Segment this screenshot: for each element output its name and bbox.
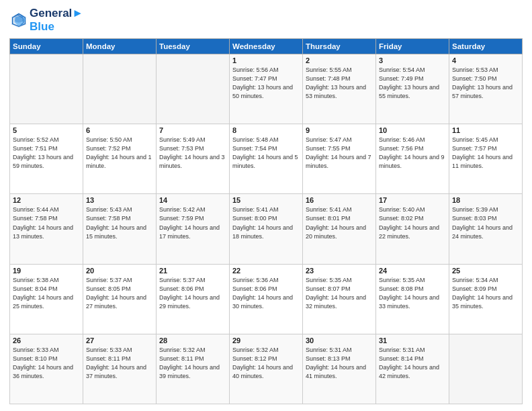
day-number: 8: [232, 126, 300, 134]
calendar-cell: 24Sunrise: 5:35 AMSunset: 8:08 PMDayligh…: [376, 264, 449, 334]
calendar-cell: 17Sunrise: 5:40 AMSunset: 8:02 PMDayligh…: [376, 194, 449, 264]
day-number: 9: [306, 126, 373, 134]
day-number: 2: [306, 56, 373, 64]
calendar-cell: 21Sunrise: 5:37 AMSunset: 8:06 PMDayligh…: [157, 264, 230, 334]
calendar-cell: 10Sunrise: 5:46 AMSunset: 7:56 PMDayligh…: [376, 124, 449, 194]
day-number: 20: [86, 267, 153, 275]
day-info: Sunrise: 5:53 AMSunset: 7:50 PMDaylight:…: [452, 66, 519, 101]
calendar-cell: 14Sunrise: 5:42 AMSunset: 7:59 PMDayligh…: [157, 194, 230, 264]
calendar-cell: 5Sunrise: 5:52 AMSunset: 7:51 PMDaylight…: [10, 124, 83, 194]
day-info: Sunrise: 5:33 AMSunset: 8:10 PMDaylight:…: [13, 346, 80, 381]
day-number: 29: [232, 336, 300, 345]
page-header: General► Blue: [9, 7, 523, 33]
logo-blue: Blue: [30, 20, 83, 34]
day-info: Sunrise: 5:31 AMSunset: 8:13 PMDaylight:…: [306, 346, 373, 381]
calendar-cell: 26Sunrise: 5:33 AMSunset: 8:10 PMDayligh…: [10, 334, 83, 404]
day-info: Sunrise: 5:52 AMSunset: 7:51 PMDaylight:…: [13, 136, 80, 171]
day-number: 12: [13, 196, 80, 204]
day-number: 27: [86, 336, 153, 345]
weekday-header-friday: Friday: [376, 39, 449, 54]
logo-name: General►: [30, 7, 83, 20]
day-info: Sunrise: 5:46 AMSunset: 7:56 PMDaylight:…: [379, 136, 446, 171]
day-number: 21: [159, 267, 226, 275]
day-number: 18: [452, 196, 519, 204]
day-info: Sunrise: 5:39 AMSunset: 8:03 PMDaylight:…: [452, 205, 519, 240]
day-number: 17: [379, 196, 446, 204]
day-number: 22: [232, 267, 300, 275]
weekday-header-saturday: Saturday: [449, 39, 523, 54]
day-info: Sunrise: 5:48 AMSunset: 7:54 PMDaylight:…: [232, 136, 300, 171]
logo: General► Blue: [9, 7, 83, 33]
day-info: Sunrise: 5:32 AMSunset: 8:12 PMDaylight:…: [232, 346, 300, 381]
day-info: Sunrise: 5:54 AMSunset: 7:49 PMDaylight:…: [379, 66, 446, 101]
day-info: Sunrise: 5:50 AMSunset: 7:52 PMDaylight:…: [86, 136, 153, 171]
weekday-header-thursday: Thursday: [303, 39, 376, 54]
day-number: 31: [379, 336, 446, 345]
day-info: Sunrise: 5:31 AMSunset: 8:14 PMDaylight:…: [379, 346, 446, 381]
calendar-cell: 13Sunrise: 5:43 AMSunset: 7:58 PMDayligh…: [83, 194, 157, 264]
day-number: 26: [13, 336, 80, 345]
day-info: Sunrise: 5:43 AMSunset: 7:58 PMDaylight:…: [86, 205, 153, 240]
calendar-cell: 16Sunrise: 5:41 AMSunset: 8:01 PMDayligh…: [303, 194, 376, 264]
calendar-week-5: 26Sunrise: 5:33 AMSunset: 8:10 PMDayligh…: [10, 334, 523, 404]
calendar-cell: 12Sunrise: 5:44 AMSunset: 7:58 PMDayligh…: [10, 194, 83, 264]
day-info: Sunrise: 5:41 AMSunset: 8:00 PMDaylight:…: [232, 205, 300, 240]
day-info: Sunrise: 5:37 AMSunset: 8:05 PMDaylight:…: [86, 276, 153, 311]
calendar-cell: 3Sunrise: 5:54 AMSunset: 7:49 PMDaylight…: [376, 54, 449, 124]
calendar-cell: 27Sunrise: 5:33 AMSunset: 8:11 PMDayligh…: [83, 334, 157, 404]
calendar-week-2: 5Sunrise: 5:52 AMSunset: 7:51 PMDaylight…: [10, 124, 523, 194]
day-number: 7: [159, 126, 226, 134]
calendar-cell: 11Sunrise: 5:45 AMSunset: 7:57 PMDayligh…: [449, 124, 523, 194]
day-number: 3: [379, 56, 446, 64]
calendar-cell: 29Sunrise: 5:32 AMSunset: 8:12 PMDayligh…: [230, 334, 303, 404]
day-info: Sunrise: 5:42 AMSunset: 7:59 PMDaylight:…: [159, 205, 226, 240]
day-number: 14: [159, 196, 226, 204]
day-number: 25: [452, 267, 519, 275]
weekday-header-wednesday: Wednesday: [230, 39, 303, 54]
day-number: 30: [306, 336, 373, 345]
calendar-cell: 30Sunrise: 5:31 AMSunset: 8:13 PMDayligh…: [303, 334, 376, 404]
weekday-header-monday: Monday: [83, 39, 157, 54]
day-number: 4: [452, 56, 519, 64]
calendar-page: General► Blue SundayMondayTuesdayWednesd…: [0, 0, 532, 411]
calendar-cell: 28Sunrise: 5:32 AMSunset: 8:11 PMDayligh…: [157, 334, 230, 404]
weekday-header-tuesday: Tuesday: [157, 39, 230, 54]
calendar-cell: [83, 54, 157, 124]
day-info: Sunrise: 5:49 AMSunset: 7:53 PMDaylight:…: [159, 136, 226, 171]
calendar-cell: 2Sunrise: 5:55 AMSunset: 7:48 PMDaylight…: [303, 54, 376, 124]
day-info: Sunrise: 5:32 AMSunset: 8:11 PMDaylight:…: [159, 346, 226, 381]
calendar-cell: 23Sunrise: 5:35 AMSunset: 8:07 PMDayligh…: [303, 264, 376, 334]
calendar-cell: 22Sunrise: 5:36 AMSunset: 8:06 PMDayligh…: [230, 264, 303, 334]
calendar-cell: 20Sunrise: 5:37 AMSunset: 8:05 PMDayligh…: [83, 264, 157, 334]
day-info: Sunrise: 5:47 AMSunset: 7:55 PMDaylight:…: [306, 136, 373, 171]
day-number: 24: [379, 267, 446, 275]
calendar-cell: 25Sunrise: 5:34 AMSunset: 8:09 PMDayligh…: [449, 264, 523, 334]
day-number: 16: [306, 196, 373, 204]
calendar-table: SundayMondayTuesdayWednesdayThursdayFrid…: [9, 38, 523, 404]
calendar-cell: 18Sunrise: 5:39 AMSunset: 8:03 PMDayligh…: [449, 194, 523, 264]
day-info: Sunrise: 5:38 AMSunset: 8:04 PMDaylight:…: [13, 276, 80, 311]
day-info: Sunrise: 5:33 AMSunset: 8:11 PMDaylight:…: [86, 346, 153, 381]
calendar-cell: [449, 334, 523, 404]
day-info: Sunrise: 5:34 AMSunset: 8:09 PMDaylight:…: [452, 276, 519, 311]
calendar-cell: 9Sunrise: 5:47 AMSunset: 7:55 PMDaylight…: [303, 124, 376, 194]
calendar-cell: 4Sunrise: 5:53 AMSunset: 7:50 PMDaylight…: [449, 54, 523, 124]
calendar-cell: 7Sunrise: 5:49 AMSunset: 7:53 PMDaylight…: [157, 124, 230, 194]
day-number: 5: [13, 126, 80, 134]
calendar-cell: [157, 54, 230, 124]
day-number: 10: [379, 126, 446, 134]
calendar-cell: 8Sunrise: 5:48 AMSunset: 7:54 PMDaylight…: [230, 124, 303, 194]
calendar-cell: [10, 54, 83, 124]
day-info: Sunrise: 5:37 AMSunset: 8:06 PMDaylight:…: [159, 276, 226, 311]
calendar-cell: 31Sunrise: 5:31 AMSunset: 8:14 PMDayligh…: [376, 334, 449, 404]
calendar-week-3: 12Sunrise: 5:44 AMSunset: 7:58 PMDayligh…: [10, 194, 523, 264]
calendar-week-4: 19Sunrise: 5:38 AMSunset: 8:04 PMDayligh…: [10, 264, 523, 334]
day-number: 28: [159, 336, 226, 345]
day-info: Sunrise: 5:41 AMSunset: 8:01 PMDaylight:…: [306, 205, 373, 240]
calendar-cell: 15Sunrise: 5:41 AMSunset: 8:00 PMDayligh…: [230, 194, 303, 264]
calendar-week-1: 1Sunrise: 5:56 AMSunset: 7:47 PMDaylight…: [10, 54, 523, 124]
day-info: Sunrise: 5:55 AMSunset: 7:48 PMDaylight:…: [306, 66, 373, 101]
day-number: 1: [232, 56, 300, 64]
calendar-cell: 6Sunrise: 5:50 AMSunset: 7:52 PMDaylight…: [83, 124, 157, 194]
day-number: 23: [306, 267, 373, 275]
